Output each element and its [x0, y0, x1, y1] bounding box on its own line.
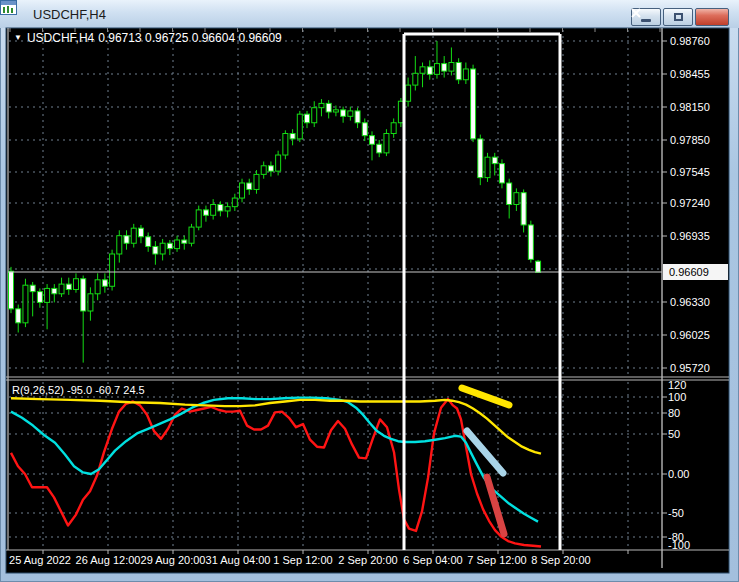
candle-bull: [283, 134, 288, 156]
time-axis-label: 29 Aug 20:00: [141, 554, 206, 566]
candle-bull: [434, 64, 439, 75]
time-axis-label: 8 Sep 20:00: [531, 554, 590, 566]
chart-ohlc-values: 0.96713 0.96725 0.96604 0.96609: [98, 31, 282, 45]
candle-bull: [485, 157, 490, 177]
indicator-axis-label: 0.00: [668, 468, 689, 480]
time-axis-label: 25 Aug 2022: [9, 554, 71, 566]
candle-bull: [23, 285, 28, 323]
candle-bull: [514, 193, 519, 205]
time-axis-label: 7 Sep 12:00: [467, 554, 526, 566]
candle-bear: [377, 144, 382, 153]
candle-bear: [9, 271, 14, 309]
candle-bear: [138, 228, 143, 237]
candle-bull: [175, 240, 180, 249]
indicator-axis-label: 120: [668, 379, 686, 391]
time-axis-label: 1 Sep 12:00: [273, 554, 332, 566]
candle-bull: [348, 111, 353, 116]
candle-bull: [384, 134, 389, 153]
candle-bear: [167, 243, 172, 248]
candle-bull: [297, 114, 302, 139]
candle-bear: [66, 284, 71, 289]
candle-bull: [189, 227, 194, 243]
price-axis-label: 0.98455: [670, 68, 710, 80]
candle-bear: [124, 236, 129, 244]
candle-bear: [326, 103, 331, 112]
chart-window: USDCHF,H4 0.966090.987600.984550.981500.…: [0, 0, 739, 582]
candle-bear: [81, 279, 86, 311]
candle-bear: [102, 280, 107, 286]
candle-bull: [463, 69, 468, 80]
candle-bear: [146, 237, 151, 247]
candle-bear: [30, 285, 35, 291]
price-axis-label: 0.96935: [670, 230, 710, 242]
candle-bull: [131, 228, 136, 243]
indicator-axis-label: 80: [668, 407, 680, 419]
candle-bear: [268, 166, 273, 171]
price-axis-label: 0.97545: [670, 166, 710, 178]
price-axis-label: 0.96025: [670, 329, 710, 341]
candle-bull: [88, 294, 93, 311]
price-axis-label: 0.96330: [670, 296, 710, 308]
symbol-dropdown-arrow[interactable]: ▼: [14, 33, 22, 42]
indicator-axis-label: 50: [668, 428, 680, 440]
candle-bear: [218, 205, 223, 211]
chart-symbol-label: USDCHF,H4: [27, 31, 94, 45]
candle-bear: [528, 225, 533, 259]
candle-bull: [254, 174, 259, 189]
candle-bull: [45, 288, 50, 302]
price-axis-label: 0.98760: [670, 35, 710, 47]
candle-bull: [420, 67, 425, 73]
candle-bear: [521, 193, 526, 225]
time-axis-label: 31 Aug 04:00: [206, 554, 271, 566]
candle-bear: [471, 69, 476, 139]
candle-bull: [110, 254, 115, 286]
candle-bull: [73, 279, 78, 290]
candle-bear: [478, 139, 483, 178]
candle-bear: [16, 309, 21, 323]
candle-bull: [117, 236, 122, 254]
price-axis-label: 0.98150: [670, 101, 710, 113]
candle-bear: [153, 246, 158, 254]
candle-bear: [456, 63, 461, 80]
indicator-axis-label: -100: [668, 539, 690, 551]
price-axis-label: 0.95720: [670, 362, 710, 374]
chart-area[interactable]: 0.966090.987600.984550.981500.978500.975…: [0, 0, 739, 582]
candle-bull: [261, 166, 266, 175]
candle-bull: [160, 243, 165, 254]
candle-bear: [247, 183, 252, 189]
candle-bear: [370, 136, 375, 145]
candle-bear: [362, 123, 367, 136]
time-axis-label: 2 Sep 20:00: [338, 554, 397, 566]
candle-bear: [427, 67, 432, 75]
candle-bull: [211, 205, 216, 216]
candle-bear: [499, 164, 504, 183]
candle-bull: [312, 108, 317, 123]
candle-bull: [319, 103, 324, 107]
candle-bull: [391, 123, 396, 134]
candle-bull: [333, 110, 338, 112]
indicator-label: R(9,26,52) -95.0 -60.7 24.5: [12, 384, 145, 396]
candle-bear: [442, 64, 447, 72]
candle-bear: [52, 288, 57, 293]
candle-bull: [240, 183, 245, 198]
chart-canvas[interactable]: 0.966090.987600.984550.981500.978500.975…: [0, 0, 739, 582]
candle-bear: [507, 183, 512, 205]
candle-bull: [196, 210, 201, 227]
candle-bear: [492, 157, 497, 163]
candle-bear: [536, 261, 541, 272]
current-price-tag-text: 0.96609: [669, 266, 709, 278]
candle-bear: [305, 114, 310, 123]
chart-ohlc-label: ▼USDCHF,H40.96713 0.96725 0.96604 0.9660…: [14, 31, 286, 45]
candle-bear: [355, 111, 360, 123]
candle-bear: [341, 110, 346, 116]
price-axis-label: 0.97240: [670, 197, 710, 209]
indicator-axis-label: -50: [668, 507, 684, 519]
candle-bull: [449, 63, 454, 72]
price-axis-label: 0.97850: [670, 134, 710, 146]
candle-bull: [232, 198, 237, 207]
candle-bear: [203, 210, 208, 215]
indicator-axis-label: 100: [668, 391, 686, 403]
candle-bear: [290, 134, 295, 139]
candle-bull: [95, 280, 100, 294]
candle-bull: [413, 73, 418, 85]
